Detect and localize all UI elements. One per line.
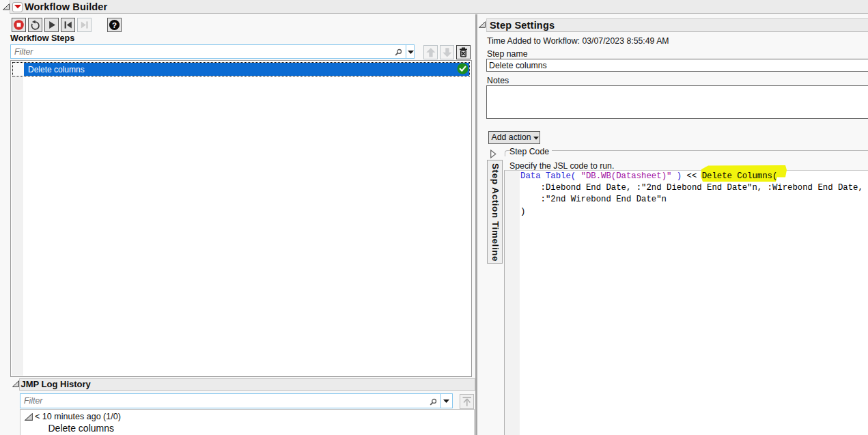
svg-text:?: ? bbox=[112, 21, 117, 29]
